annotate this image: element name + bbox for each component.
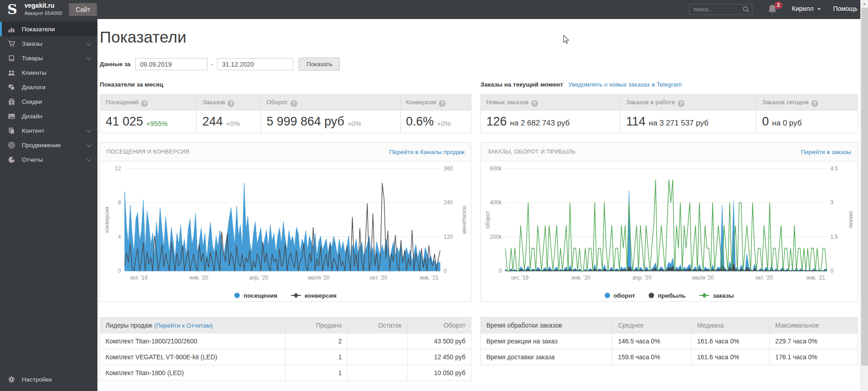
value-cell — [347, 365, 407, 381]
svg-text:заказы: заказы — [848, 211, 853, 228]
column-header: Максимальное — [770, 318, 858, 333]
stat-card-value: 0на 0 руб — [756, 111, 858, 133]
value-cell: 10 050 руб — [407, 365, 471, 381]
sidebar-item-discounts[interactable]: Скидки — [0, 94, 97, 109]
chevron-down-icon — [86, 142, 91, 147]
stat-card-value: 0.6%+0% — [401, 111, 471, 133]
column-header: Остаток — [347, 318, 407, 333]
reports-link[interactable]: (Перейти к Отчетам) — [154, 322, 213, 329]
sidebar-item-dialogs[interactable]: Диалоги — [0, 80, 97, 94]
help-label: Помощь — [833, 5, 858, 12]
legend-diamond-icon — [699, 293, 709, 298]
question-icon[interactable]: ? — [439, 100, 446, 107]
stat-value: 114 — [626, 116, 645, 128]
notification-badge: 2 — [775, 1, 782, 9]
stat-card-1: Заказов в работе?114на 3 271 537 руб — [621, 95, 756, 133]
telegram-link[interactable]: Уведомлять о новых заказах в Telegram — [568, 81, 682, 88]
current-orders-cards: Новых заказов?126на 2 682 743 рубЗаказов… — [480, 94, 858, 133]
stat-card-label: Конверсия? — [401, 95, 471, 111]
date-separator: - — [211, 60, 213, 68]
svg-text:янв. '20: янв. '20 — [189, 275, 209, 281]
sidebar-item-promotion[interactable]: Продвижение — [0, 138, 97, 152]
sidebar-item-clients[interactable]: Клиенты — [0, 65, 97, 80]
chevron-down-icon — [86, 156, 91, 161]
svg-text:200k: 200k — [490, 234, 502, 240]
show-button[interactable]: Показать — [299, 58, 340, 71]
sidebar-item-label: Товары — [22, 55, 43, 62]
value-cell: 161.6 часа 0% — [692, 349, 770, 365]
svg-text:янв. '21: янв. '21 — [806, 275, 825, 281]
legend-item-прибыль[interactable]: прибыль — [649, 292, 685, 299]
vertical-scrollbar[interactable]: ▲ — [860, 0, 868, 391]
sidebar-item-label: Контент — [22, 127, 44, 134]
orders-revenue-panel: ЗАКАЗЫ, ОБОРОТ И ПРИБЫЛЬ Перейти в заказ… — [480, 142, 858, 302]
question-icon[interactable]: ? — [811, 100, 818, 107]
table-row[interactable]: Комплект VEGATEL VT-900E-kit (LED)112 45… — [100, 349, 471, 365]
stat-card-0: Посещений?41 025+955% — [100, 95, 197, 133]
legend-item-конверсия[interactable]: конверсия — [291, 292, 337, 299]
svg-text:конверсия: конверсия — [104, 207, 110, 232]
sidebar-item-settings[interactable]: Настройки — [0, 372, 97, 386]
question-icon[interactable]: ? — [228, 100, 234, 107]
sidebar-item-orders[interactable]: Заказы — [0, 36, 97, 51]
bar-chart-icon — [8, 25, 15, 33]
svg-text:1.5: 1.5 — [830, 234, 838, 240]
sidebar-item-products[interactable]: Товары — [0, 51, 97, 65]
column-header: Медиана — [692, 318, 770, 333]
svg-text:апр. '20: апр. '20 — [632, 275, 651, 281]
table-row[interactable]: Комплект Titan-1800/2100/2600243 500 руб — [100, 333, 471, 349]
value-cell: 1 — [286, 349, 348, 365]
svg-text:окт. '19: окт. '19 — [511, 275, 529, 281]
stat-card-value: 244+0% — [197, 111, 261, 133]
column-header: Время обработки заказов — [481, 318, 612, 333]
question-icon[interactable]: ? — [678, 100, 684, 107]
top-bar: S vegakit.ru Аккаунт 654000 Сайт 2 Кирил… — [0, 0, 860, 19]
legend-item-заказы[interactable]: заказы — [699, 292, 734, 299]
app-logo[interactable]: S — [5, 2, 20, 17]
scroll-up-arrow[interactable]: ▲ — [861, 0, 868, 8]
table-row[interactable]: Время доставки заказа159.6 часа 0%161.6 … — [481, 349, 858, 365]
date-range-label: Данные за — [100, 61, 131, 68]
date-to-input[interactable] — [217, 58, 293, 70]
legend-label: прибыль — [658, 292, 685, 299]
stat-card-label: Посещений? — [100, 95, 196, 111]
chevron-down-icon — [86, 40, 91, 45]
stat-card-3: Конверсия?0.6%+0% — [401, 95, 471, 133]
chart-legend: оборотприбыльзаказы — [485, 288, 854, 303]
visits-conversion-chart: 048120120240360окт. '19янв. '20апр. '20и… — [104, 163, 467, 288]
notifications-button[interactable]: 2 — [767, 4, 779, 15]
sidebar-item-reports[interactable]: Отчеты — [0, 152, 97, 167]
site-button[interactable]: Сайт — [69, 3, 97, 16]
svg-text:0: 0 — [444, 268, 447, 274]
legend-item-оборот[interactable]: оборот — [605, 292, 635, 299]
sidebar-item-metrics[interactable]: Показатели — [0, 22, 97, 36]
svg-text:посещения: посещения — [461, 206, 466, 234]
svg-text:0: 0 — [499, 268, 502, 274]
stat-value: 126 — [486, 116, 507, 128]
legend-item-посещения[interactable]: посещения — [234, 292, 277, 299]
question-icon[interactable]: ? — [531, 100, 538, 107]
question-icon[interactable]: ? — [141, 100, 148, 107]
table-row[interactable]: Время реакции на заказ146.5 часа 0%161.6… — [481, 333, 858, 349]
sidebar-item-design[interactable]: Дизайн — [0, 109, 97, 123]
value-cell: 229.7 часа 0% — [770, 333, 858, 349]
orders-link[interactable]: Перейти в заказы — [801, 149, 851, 155]
stat-suffix: на 0 руб — [772, 119, 801, 128]
search-icon[interactable] — [742, 6, 750, 13]
dialogs-icon — [8, 83, 15, 91]
sales-channels-link[interactable]: Перейти в Каналы продаж — [389, 149, 465, 155]
scrollbar-thumb[interactable] — [861, 8, 868, 366]
content-icon — [8, 127, 15, 135]
value-cell: 176.1 часа 0% — [770, 349, 858, 365]
svg-text:июля '20: июля '20 — [308, 275, 330, 281]
sidebar-item-content[interactable]: Контент — [0, 123, 97, 138]
table-row[interactable]: Комплект Titan-1800 (LED)110 050 руб — [100, 365, 471, 381]
stat-card-2: Заказов сегодня?0на 0 руб — [756, 95, 858, 133]
svg-text:апр. '20: апр. '20 — [249, 275, 268, 281]
date-from-input[interactable] — [135, 58, 208, 70]
reports-icon — [8, 156, 15, 164]
brand-account: Аккаунт 654000 — [24, 10, 62, 16]
user-menu[interactable]: Кирилл — [792, 5, 821, 12]
question-icon[interactable]: ? — [291, 100, 297, 107]
metric-name-cell: Время доставки заказа — [481, 349, 612, 365]
